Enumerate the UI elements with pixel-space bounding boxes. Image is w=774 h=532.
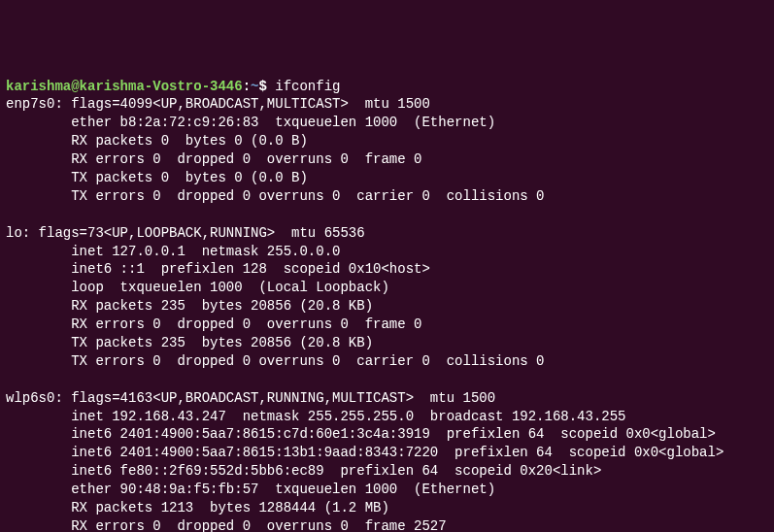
lo-rx-errors: RX errors 0 dropped 0 overruns 0 frame 0 [6,316,768,334]
enp7s0-tx-errors: TX errors 0 dropped 0 overruns 0 carrier… [6,187,768,206]
blank-line-1 [6,206,768,224]
wlp6s0-rx-packets: RX packets 1213 bytes 1288444 (1.2 MB) [6,499,768,517]
lo-flags: lo: flags=73<UP,LOOPBACK,RUNNING> mtu 65… [6,224,768,243]
wlp6s0-inet6-2: inet6 2401:4900:5aa7:8615:13b1:9aad:8343… [6,444,768,462]
terminal-output[interactable]: karishma@karishma-Vostro-3446:~$ ifconfi… [6,78,768,532]
enp7s0-flags: enp7s0: flags=4099<UP,BROADCAST,MULTICAS… [6,95,768,114]
lo-inet6: inet6 ::1 prefixlen 128 scopeid 0x10<hos… [6,260,768,279]
enp7s0-rx-errors: RX errors 0 dropped 0 overruns 0 frame 0 [6,150,768,169]
wlp6s0-inet6-1: inet6 2401:4900:5aa7:8615:c7d:60e1:3c4a:… [6,425,768,444]
wlp6s0-ether: ether 90:48:9a:f5:fb:57 txqueuelen 1000 … [6,481,768,499]
prompt-dollar: $ [258,79,275,94]
enp7s0-rx-packets: RX packets 0 bytes 0 (0.0 B) [6,132,768,150]
lo-inet: inet 127.0.0.1 netmask 255.0.0.0 [6,243,768,261]
prompt-separator: : [243,79,251,94]
enp7s0-ether: ether b8:2a:72:c9:26:83 txqueuelen 1000 … [6,114,768,132]
lo-loop: loop txqueuelen 1000 (Local Loopback) [6,279,768,297]
wlp6s0-inet: inet 192.168.43.247 netmask 255.255.255.… [6,408,768,426]
blank-line-2 [6,371,768,389]
prompt-line-1: karishma@karishma-Vostro-3446:~$ ifconfi… [6,78,768,96]
command-text: ifconfig [275,79,340,94]
lo-tx-errors: TX errors 0 dropped 0 overruns 0 carrier… [6,352,768,371]
lo-tx-packets: TX packets 235 bytes 20856 (20.8 KB) [6,334,768,352]
enp7s0-tx-packets: TX packets 0 bytes 0 (0.0 B) [6,169,768,187]
prompt-user-host: karishma@karishma-Vostro-3446 [6,79,243,94]
wlp6s0-flags: wlp6s0: flags=4163<UP,BROADCAST,RUNNING,… [6,389,768,408]
wlp6s0-inet6-3: inet6 fe80::2f69:552d:5bb6:ec89 prefixle… [6,462,768,481]
wlp6s0-rx-errors: RX errors 0 dropped 0 overruns 0 frame 2… [6,517,768,532]
lo-rx-packets: RX packets 235 bytes 20856 (20.8 KB) [6,297,768,316]
